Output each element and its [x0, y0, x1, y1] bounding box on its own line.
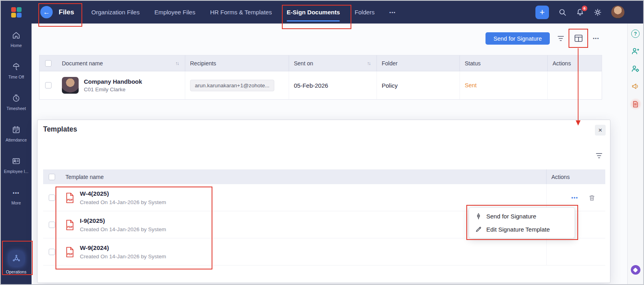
esign-documents-highlight-icon[interactable] — [630, 98, 642, 110]
templates-table-header: Template name Actions — [43, 169, 605, 184]
sidebar-item-timesheet[interactable]: Timesheet — [1, 86, 32, 118]
pen-nib-icon — [475, 213, 482, 220]
svg-text:PDF: PDF — [67, 252, 73, 255]
page-title: Files — [59, 8, 74, 16]
template-more-actions-button[interactable]: ••• — [571, 195, 578, 200]
sort-icon[interactable]: ↑↓ — [367, 61, 372, 66]
sidebar-item-home[interactable]: Home — [1, 24, 32, 55]
sidebar-item-attendance[interactable]: Attendance — [1, 118, 32, 149]
status-badge: Sent — [465, 82, 477, 88]
delete-template-icon[interactable] — [589, 195, 595, 201]
template-checkbox[interactable] — [49, 249, 55, 255]
select-all-templates-checkbox[interactable] — [49, 174, 55, 180]
notifications-button[interactable]: 6 — [576, 8, 584, 16]
pdf-file-icon: PDF — [65, 247, 74, 257]
toolbar-more-button[interactable]: ••• — [590, 35, 602, 42]
zoho-logo-icon — [11, 7, 22, 18]
template-name: I-9(2025) — [80, 217, 166, 225]
column-header-document-name[interactable]: Document name↑↓ — [57, 55, 185, 71]
sidebar-item-time-off[interactable]: Time Off — [1, 55, 32, 86]
column-header-folder: Folder — [376, 55, 460, 71]
sidebar-item-more[interactable]: ••• More — [1, 181, 32, 212]
close-panel-button[interactable]: × — [595, 125, 606, 136]
templates-filter-icon[interactable] — [595, 152, 603, 159]
menu-item-edit-signature-template[interactable]: Edit Signature Template — [469, 223, 575, 236]
close-icon: × — [598, 127, 602, 134]
settings-gear-icon[interactable] — [594, 8, 602, 16]
pdf-file-icon: PDF — [65, 193, 74, 203]
module-sidebar: Home Time Off Timesheet Attendance Emplo… — [1, 24, 32, 285]
recipient-chip: arun.karunakaran+1@zohote... — [190, 80, 274, 91]
help-icon[interactable]: ? — [631, 29, 640, 38]
tab-hr-forms-templates[interactable]: HR Forms & Templates — [210, 1, 272, 24]
pencil-icon — [475, 226, 482, 233]
app-logo[interactable] — [1, 7, 32, 18]
tab-employee-files[interactable]: Employee Files — [155, 1, 196, 24]
active-tab-underline — [287, 20, 340, 22]
search-icon[interactable] — [559, 8, 567, 16]
topnav-actions: + 6 — [535, 6, 643, 19]
templates-view-icon[interactable] — [574, 33, 583, 43]
sidebar-item-employee-information[interactable]: Employee I... — [1, 149, 32, 181]
more-dots-icon: ••• — [13, 188, 20, 197]
back-arrow-icon: ← — [43, 8, 50, 16]
user-avatar[interactable] — [611, 6, 624, 19]
document-owner: C01 Emily Clarke — [84, 86, 142, 92]
announcement-icon[interactable] — [631, 82, 640, 90]
user-settings-icon[interactable] — [631, 65, 640, 73]
sidebar-item-operations[interactable]: Operations — [1, 245, 32, 280]
add-user-icon[interactable] — [631, 47, 640, 55]
template-name: W-4(2025) — [80, 190, 166, 198]
timesheet-icon — [12, 94, 21, 103]
send-for-signature-button[interactable]: Send for Signature — [485, 32, 550, 45]
column-header-status: Status — [460, 55, 547, 71]
pdf-file-icon: PDF — [65, 220, 74, 230]
select-all-checkbox[interactable] — [45, 60, 52, 67]
sort-icon[interactable]: ↑↓ — [175, 61, 180, 66]
employee-photo — [62, 77, 79, 94]
files-tabs: Organization Files Employee Files HR For… — [91, 1, 375, 24]
template-name: W-9(2024) — [80, 244, 166, 252]
notification-count-badge: 6 — [581, 5, 588, 12]
attendance-icon — [12, 125, 21, 134]
row-checkbox[interactable] — [45, 82, 52, 88]
column-header-actions: Actions — [547, 55, 602, 71]
documents-table-header: Document name↑↓ Recipients Sent on↑↓ Fol… — [40, 55, 602, 71]
column-header-template-name: Template name — [61, 169, 546, 184]
tab-esign-documents[interactable]: E-Sign Documents — [287, 1, 340, 24]
svg-text:PDF: PDF — [67, 225, 73, 228]
spark-icon — [633, 267, 638, 273]
assistant-icon[interactable] — [631, 265, 640, 275]
column-header-sent-on[interactable]: Sent on↑↓ — [289, 55, 376, 71]
app-window: ← Files Organization Files Employee File… — [0, 0, 644, 285]
back-button[interactable]: ← — [40, 6, 53, 18]
time-off-icon — [12, 62, 21, 71]
tab-organization-files[interactable]: Organization Files — [91, 1, 140, 24]
template-actions-menu: Send for Signature Edit Signature Templa… — [469, 207, 575, 238]
plus-icon: + — [540, 8, 545, 17]
filter-icon[interactable] — [557, 35, 565, 42]
sent-on-date: 05-Feb-2026 — [294, 82, 328, 89]
template-meta: Created On 14-Jan-2026 by System — [80, 226, 166, 232]
column-header-template-actions: Actions — [546, 169, 605, 184]
tab-folders[interactable]: Folders — [355, 1, 375, 24]
template-row[interactable]: PDF W-9(2024) Created On 14-Jan-2026 by … — [43, 238, 605, 265]
document-row[interactable]: Company Handbook C01 Emily Clarke arun.k… — [40, 71, 602, 99]
document-name: Company Handbook — [84, 78, 142, 86]
utility-sidebar: ? — [627, 24, 643, 285]
operations-icon — [9, 251, 24, 266]
tabs-overflow-button[interactable]: ••• — [389, 10, 396, 15]
template-meta: Created On 14-Jan-2026 by System — [80, 254, 166, 259]
template-checkbox[interactable] — [49, 195, 55, 201]
employee-information-icon — [12, 157, 21, 166]
add-button[interactable]: + — [535, 6, 549, 19]
templates-panel-title: Templates — [43, 125, 77, 134]
folder-name: Policy — [382, 82, 398, 89]
top-navigation: ← Files Organization Files Employee File… — [1, 1, 643, 24]
template-checkbox[interactable] — [49, 222, 55, 228]
row-actions-cell — [547, 71, 602, 99]
templates-panel: Templates × Template name Actions PDF W-… — [37, 120, 610, 283]
column-header-recipients: Recipients — [185, 55, 289, 71]
svg-text:PDF: PDF — [67, 198, 73, 201]
menu-item-send-for-signature[interactable]: Send for Signature — [469, 210, 575, 223]
